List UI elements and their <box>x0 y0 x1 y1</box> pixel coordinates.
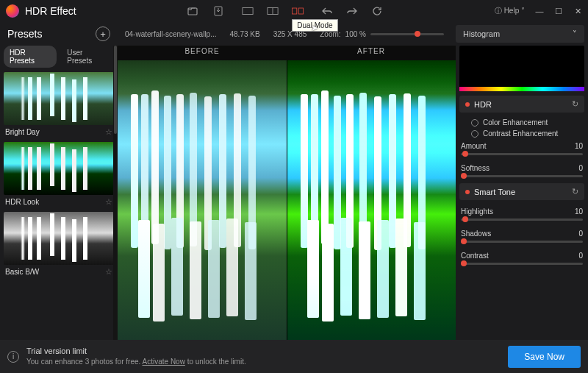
help-menu[interactable]: ⓘ Help ˅ <box>495 6 525 16</box>
refresh-icon[interactable] <box>371 6 383 16</box>
open-folder-icon[interactable] <box>187 6 199 16</box>
preset-item[interactable]: Bright Day☆ <box>4 72 114 139</box>
amount-slider[interactable] <box>461 153 583 155</box>
dual-view-icon[interactable]: Dual Mode <box>292 6 304 16</box>
after-label: AFTER <box>287 46 456 60</box>
save-button[interactable]: Save Now <box>508 346 581 368</box>
favorite-icon[interactable]: ☆ <box>105 197 112 207</box>
preset-thumb <box>4 72 114 125</box>
file-size: 48.73 KB <box>230 30 260 38</box>
histogram-display <box>459 46 584 91</box>
preset-item[interactable]: Basic B/W☆ <box>4 212 114 279</box>
highlights-slider[interactable] <box>461 219 583 221</box>
presets-sidebar: HDR Presets User Presets Bright Day☆ HDR… <box>0 46 118 340</box>
highlights-label: Highlights <box>461 207 493 216</box>
add-preset-button[interactable]: + <box>96 26 110 41</box>
app-logo <box>6 4 19 18</box>
smarttone-panel-header[interactable]: Smart Tone ↻ <box>459 183 584 200</box>
file-name: 04-waterfall-scenery-wallp... <box>125 30 217 38</box>
titlebar: HDR Effect Dual Mode ⓘ Help ˅ ― ☐ ✕ <box>0 0 588 22</box>
radio-color-enhancement[interactable]: Color Enhancement <box>459 117 584 128</box>
activate-link[interactable]: Activate Now <box>143 358 185 366</box>
preset-thumb <box>4 212 114 265</box>
before-pane[interactable] <box>118 60 287 340</box>
maximize-button[interactable]: ☐ <box>554 7 563 15</box>
svg-rect-0 <box>188 8 197 15</box>
active-dot-icon <box>465 102 470 107</box>
save-icon[interactable] <box>212 6 224 16</box>
reset-icon[interactable]: ↻ <box>572 99 578 109</box>
tab-hdr-presets[interactable]: HDR Presets <box>4 46 57 68</box>
tab-user-presets[interactable]: User Presets <box>61 46 114 68</box>
adjustments-sidebar: HDR ↻ Color Enhancement Contrast Enhance… <box>456 46 588 340</box>
chevron-down-icon: ˅ <box>573 29 577 39</box>
svg-rect-6 <box>299 8 304 14</box>
preset-label: HDR Look <box>5 198 39 206</box>
shadows-value: 0 <box>578 230 583 238</box>
after-pane[interactable] <box>287 60 456 340</box>
shadows-slider[interactable] <box>461 241 583 243</box>
close-button[interactable]: ✕ <box>573 7 582 15</box>
trial-subtitle: You can enhance 3 photos for free. Activ… <box>26 357 508 367</box>
shadows-label: Shadows <box>461 230 491 238</box>
presets-title: Presets <box>7 28 42 40</box>
split-view-icon[interactable] <box>267 6 279 16</box>
hdr-panel-header[interactable]: HDR ↻ <box>459 96 584 113</box>
zoom-value: 100 % <box>345 30 366 38</box>
preset-label: Bright Day <box>5 128 40 136</box>
undo-icon[interactable] <box>321 6 333 16</box>
scrollbar[interactable] <box>584 46 588 340</box>
minimize-button[interactable]: ― <box>535 7 544 15</box>
svg-rect-2 <box>243 8 253 15</box>
zoom-slider[interactable] <box>370 33 444 35</box>
redo-icon[interactable] <box>346 6 358 16</box>
active-dot-icon <box>465 190 470 194</box>
info-icon: i <box>7 351 19 363</box>
softness-value: 0 <box>578 164 583 172</box>
amount-value: 10 <box>575 142 583 150</box>
preset-label: Basic B/W <box>5 268 39 276</box>
preset-thumb <box>4 142 114 195</box>
contrast-value: 0 <box>578 252 583 260</box>
before-label: BEFORE <box>118 46 287 60</box>
favorite-icon[interactable]: ☆ <box>105 267 112 277</box>
reset-icon[interactable]: ↻ <box>572 187 578 196</box>
contrast-label: Contrast <box>461 252 489 260</box>
svg-rect-5 <box>293 8 297 14</box>
favorite-icon[interactable]: ☆ <box>105 127 112 137</box>
preview-area: BEFORE AFTER <box>118 46 456 340</box>
tooltip: Dual Mode <box>292 19 337 32</box>
single-view-icon[interactable] <box>242 6 254 16</box>
amount-label: Amount <box>461 142 486 150</box>
trial-title: Trial version limit <box>26 346 508 357</box>
app-title: HDR Effect <box>25 5 76 17</box>
highlights-value: 10 <box>575 207 583 216</box>
footer-bar: i Trial version limit You can enhance 3 … <box>0 340 588 373</box>
histogram-toggle[interactable]: Histogram ˅ <box>456 25 584 43</box>
softness-label: Softness <box>461 164 490 172</box>
preset-item[interactable]: HDR Look☆ <box>4 142 114 209</box>
softness-slider[interactable] <box>461 175 583 177</box>
radio-contrast-enhancement[interactable]: Contrast Enhancement <box>459 128 584 139</box>
contrast-slider[interactable] <box>461 263 583 265</box>
